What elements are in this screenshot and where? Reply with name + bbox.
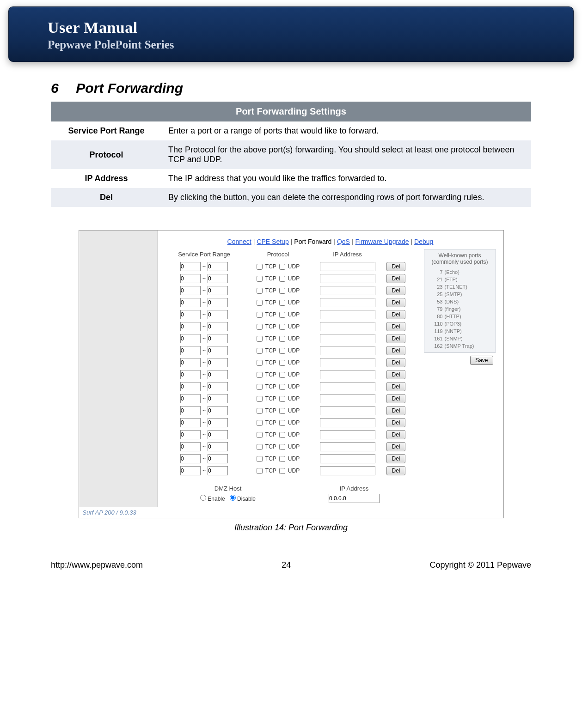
port-to-input[interactable] (208, 370, 228, 379)
delete-button[interactable]: Del (386, 370, 405, 379)
udp-checkbox[interactable] (279, 312, 285, 318)
tcp-checkbox[interactable] (257, 360, 263, 366)
tcp-checkbox[interactable] (257, 276, 263, 282)
port-to-input[interactable] (208, 322, 228, 331)
udp-checkbox[interactable] (279, 264, 285, 270)
ip-input[interactable] (320, 382, 375, 391)
ip-input[interactable] (320, 418, 375, 427)
port-from-input[interactable] (180, 310, 201, 319)
udp-checkbox[interactable] (279, 300, 285, 306)
delete-button[interactable]: Del (386, 310, 405, 319)
port-to-input[interactable] (208, 382, 228, 391)
port-from-input[interactable] (180, 298, 201, 307)
ip-input[interactable] (320, 286, 375, 295)
delete-button[interactable]: Del (386, 394, 405, 403)
delete-button[interactable]: Del (386, 466, 405, 475)
udp-checkbox[interactable] (279, 288, 285, 294)
udp-checkbox[interactable] (279, 348, 285, 354)
dmz-ip-input[interactable] (329, 494, 380, 503)
port-from-input[interactable] (180, 358, 201, 367)
delete-button[interactable]: Del (386, 454, 405, 463)
delete-button[interactable]: Del (386, 442, 405, 451)
dmz-enable-option[interactable]: Enable (200, 496, 227, 502)
port-from-input[interactable] (180, 322, 201, 331)
port-from-input[interactable] (180, 442, 201, 451)
udp-checkbox[interactable] (279, 456, 285, 462)
delete-button[interactable]: Del (386, 358, 405, 367)
port-to-input[interactable] (208, 358, 228, 367)
udp-checkbox[interactable] (279, 324, 285, 330)
port-from-input[interactable] (180, 262, 201, 271)
udp-checkbox[interactable] (279, 384, 285, 390)
ip-input[interactable] (320, 322, 375, 331)
dmz-enable-radio[interactable] (200, 495, 206, 501)
ip-input[interactable] (320, 370, 375, 379)
port-to-input[interactable] (208, 454, 228, 463)
tcp-checkbox[interactable] (257, 312, 263, 318)
udp-checkbox[interactable] (279, 336, 285, 342)
tcp-checkbox[interactable] (257, 288, 263, 294)
port-to-input[interactable] (208, 346, 228, 355)
tcp-checkbox[interactable] (257, 420, 263, 426)
port-to-input[interactable] (208, 430, 228, 439)
delete-button[interactable]: Del (386, 418, 405, 427)
port-from-input[interactable] (180, 430, 201, 439)
delete-button[interactable]: Del (386, 334, 405, 343)
udp-checkbox[interactable] (279, 432, 285, 438)
tcp-checkbox[interactable] (257, 300, 263, 306)
port-to-input[interactable] (208, 310, 228, 319)
ip-input[interactable] (320, 430, 375, 439)
dmz-disable-radio[interactable] (230, 495, 236, 501)
udp-checkbox[interactable] (279, 420, 285, 426)
udp-checkbox[interactable] (279, 408, 285, 414)
port-from-input[interactable] (180, 394, 201, 403)
port-to-input[interactable] (208, 442, 228, 451)
ip-input[interactable] (320, 310, 375, 319)
tcp-checkbox[interactable] (257, 336, 263, 342)
tcp-checkbox[interactable] (257, 396, 263, 402)
delete-button[interactable]: Del (386, 322, 405, 331)
tcp-checkbox[interactable] (257, 468, 263, 474)
port-to-input[interactable] (208, 418, 228, 427)
ip-input[interactable] (320, 262, 375, 271)
ip-input[interactable] (320, 274, 375, 283)
port-from-input[interactable] (180, 286, 201, 295)
ip-input[interactable] (320, 454, 375, 463)
ip-input[interactable] (320, 466, 375, 475)
port-to-input[interactable] (208, 394, 228, 403)
ip-input[interactable] (320, 334, 375, 343)
ip-input[interactable] (320, 442, 375, 451)
nav-link[interactable]: Connect (227, 238, 251, 245)
port-from-input[interactable] (180, 418, 201, 427)
port-from-input[interactable] (180, 466, 201, 475)
port-from-input[interactable] (180, 382, 201, 391)
tcp-checkbox[interactable] (257, 324, 263, 330)
port-from-input[interactable] (180, 346, 201, 355)
port-to-input[interactable] (208, 466, 228, 475)
save-button[interactable]: Save (470, 356, 493, 365)
tcp-checkbox[interactable] (257, 456, 263, 462)
tcp-checkbox[interactable] (257, 348, 263, 354)
ip-input[interactable] (320, 298, 375, 307)
ip-input[interactable] (320, 358, 375, 367)
tcp-checkbox[interactable] (257, 384, 263, 390)
ip-input[interactable] (320, 406, 375, 415)
delete-button[interactable]: Del (386, 286, 405, 295)
nav-link[interactable]: Firmware Upgrade (355, 238, 409, 245)
delete-button[interactable]: Del (386, 430, 405, 439)
delete-button[interactable]: Del (386, 262, 405, 271)
ip-input[interactable] (320, 346, 375, 355)
port-to-input[interactable] (208, 262, 228, 271)
delete-button[interactable]: Del (386, 274, 405, 283)
delete-button[interactable]: Del (386, 298, 405, 307)
port-to-input[interactable] (208, 334, 228, 343)
tcp-checkbox[interactable] (257, 432, 263, 438)
tcp-checkbox[interactable] (257, 408, 263, 414)
port-to-input[interactable] (208, 274, 228, 283)
port-from-input[interactable] (180, 274, 201, 283)
port-from-input[interactable] (180, 370, 201, 379)
delete-button[interactable]: Del (386, 346, 405, 355)
port-from-input[interactable] (180, 406, 201, 415)
ip-input[interactable] (320, 394, 375, 403)
delete-button[interactable]: Del (386, 382, 405, 391)
